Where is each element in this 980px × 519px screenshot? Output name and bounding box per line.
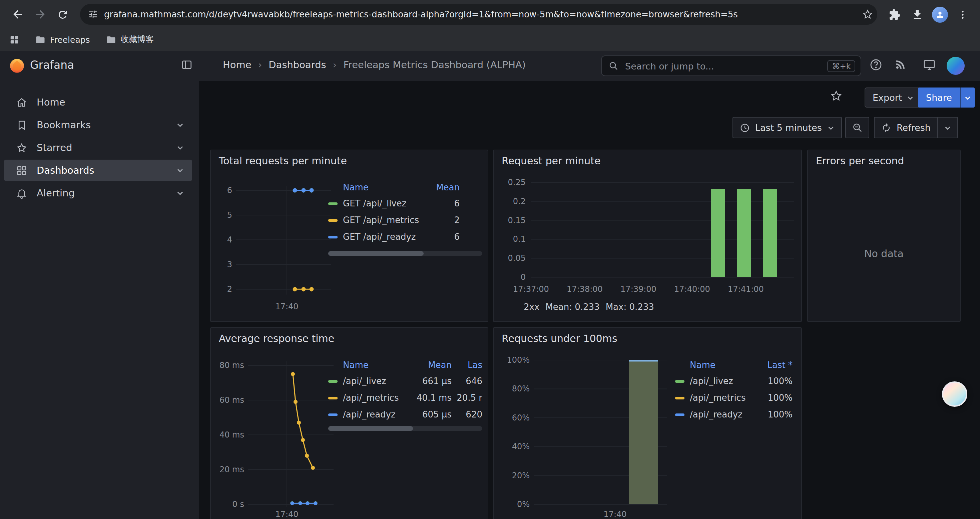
legend-series-name[interactable]: /api/_metrics (343, 393, 414, 403)
legend-header-name[interactable]: Name (343, 360, 414, 370)
legend-value: 620 (452, 409, 482, 420)
legend-series-key[interactable] (675, 413, 684, 416)
legend-header-col[interactable]: Las (452, 360, 482, 370)
sidebar-item-alerting[interactable]: Alerting (4, 182, 192, 204)
legend-series-key[interactable] (675, 396, 684, 399)
chevron-down-icon[interactable] (176, 144, 184, 152)
legend-series-name[interactable]: GET /api/_metrics (343, 215, 424, 225)
breadcrumb-home[interactable]: Home (223, 59, 251, 70)
legend-series-name[interactable]: /api/_livez (690, 376, 759, 386)
display-icon[interactable] (923, 58, 936, 72)
bookmark-folder-freeleaps[interactable]: Freeleaps (35, 35, 90, 45)
sidebar-item-home[interactable]: Home (4, 91, 192, 113)
reload-button[interactable] (52, 4, 73, 25)
panel-title[interactable]: Total requests per minute (219, 155, 347, 167)
legend-scrollbar[interactable] (328, 426, 482, 431)
legend-series-name[interactable]: 2xx (524, 302, 539, 312)
panel-title[interactable]: Average response time (219, 333, 334, 345)
svg-text:2: 2 (227, 284, 232, 294)
extensions-button[interactable] (884, 4, 905, 25)
chevron-down-icon[interactable] (176, 121, 184, 129)
refresh-icon (881, 123, 891, 133)
downloads-button[interactable] (907, 4, 928, 25)
sidebar-item-label: Home (37, 97, 65, 107)
legend-series-name[interactable]: /api/_metrics (690, 393, 759, 403)
url-text[interactable]: grafana.mathmast.com/d/deytv4rwavabkb/fr… (104, 10, 856, 19)
search-input[interactable] (624, 60, 822, 72)
chart-total-requests[interactable]: 6543217:40 (216, 177, 336, 319)
floating-assistant-avatar[interactable] (942, 382, 967, 407)
svg-text:17:37:00: 17:37:00 (513, 284, 549, 294)
legend-series-key[interactable] (328, 380, 337, 382)
bookmark-star-icon[interactable] (862, 9, 873, 20)
url-bar[interactable]: grafana.mathmast.com/d/deytv4rwavabkb/fr… (80, 4, 877, 25)
refresh-interval-button[interactable] (938, 117, 958, 138)
refresh-split-button: Refresh (874, 117, 958, 138)
favorite-dashboard-star-icon[interactable] (830, 89, 843, 102)
chart-requests-under-100ms[interactable]: 100%80%60%40%20%0%17:40 (499, 355, 673, 519)
legend-series-name[interactable]: /api/_readyz (343, 409, 414, 420)
svg-text:17:38:00: 17:38:00 (567, 284, 603, 294)
legend-series-key[interactable] (503, 306, 512, 308)
scrollbar-thumb[interactable] (328, 251, 424, 256)
legend-series-name[interactable]: /api/_livez (343, 376, 414, 386)
search-box[interactable]: ⌘+k (601, 56, 861, 76)
scrollbar-thumb[interactable] (328, 426, 413, 431)
legend-series-name[interactable]: GET /api/_readyz (343, 232, 424, 242)
legend-series-name[interactable]: /api/_readyz (690, 409, 759, 420)
sidebar-toggle-icon[interactable] (181, 59, 193, 71)
zoom-out-button[interactable] (845, 117, 869, 138)
brand-text[interactable]: Grafana (30, 59, 74, 72)
grafana-sidebar: Home Bookmarks Starred Dashboards (0, 81, 199, 519)
news-rss-icon[interactable] (895, 58, 908, 71)
legend-series-key[interactable] (328, 202, 337, 205)
chevron-down-icon[interactable] (176, 166, 184, 174)
grafana-header: Grafana Home › Dashboards › Freeleaps Me… (0, 51, 980, 81)
share-menu-button[interactable] (960, 88, 975, 107)
legend-series-name[interactable]: GET /api/_livez (343, 198, 424, 208)
legend-header-name[interactable]: Name (343, 182, 424, 192)
apps-grid-icon[interactable] (10, 35, 19, 45)
sidebar-item-bookmarks[interactable]: Bookmarks (4, 114, 192, 136)
svg-text:0: 0 (521, 273, 526, 282)
sidebar-item-label: Starred (37, 142, 72, 153)
legend-series-key[interactable] (328, 235, 337, 238)
panel-title[interactable]: Errors per second (816, 155, 904, 167)
legend-scrollbar[interactable] (328, 251, 482, 256)
sidebar-item-starred[interactable]: Starred (4, 137, 192, 158)
refresh-button[interactable]: Refresh (874, 117, 938, 138)
legend-header-col[interactable]: Mean (424, 182, 460, 192)
site-settings-icon[interactable] (88, 10, 98, 19)
panel-title[interactable]: Requests under 100ms (502, 333, 617, 345)
help-icon[interactable] (869, 58, 883, 72)
panel-title[interactable]: Request per minute (502, 155, 601, 167)
legend-series-key[interactable] (328, 413, 337, 416)
legend-series-key[interactable] (675, 380, 684, 382)
user-avatar[interactable] (947, 57, 965, 75)
panel-request-per-minute: Request per minute 0.250.20.150.10.05017… (493, 150, 802, 322)
breadcrumb-dashboards[interactable]: Dashboards (269, 59, 326, 70)
browser-menu-button[interactable] (952, 4, 973, 25)
profile-button[interactable] (929, 4, 951, 25)
share-button[interactable]: Share (918, 88, 960, 107)
sidebar-item-dashboards[interactable]: Dashboards (4, 160, 192, 181)
chart-request-per-minute[interactable]: 0.250.20.150.10.05017:37:0017:38:0017:39… (496, 177, 798, 304)
legend-header-name[interactable]: Name (690, 360, 759, 370)
legend-row: /api/_metrics100% (675, 390, 792, 406)
time-range-picker[interactable]: Last 5 minutes (732, 117, 842, 138)
legend-value: 646 (452, 376, 482, 386)
chevron-down-icon[interactable] (176, 189, 184, 197)
legend-header-col[interactable]: Last * (759, 360, 792, 370)
legend-value: 100% (759, 376, 792, 386)
bookmark-folder-blogs[interactable]: 收藏博客 (106, 34, 154, 45)
legend-series-key[interactable] (328, 396, 337, 399)
legend-series-key[interactable] (328, 219, 337, 222)
chart-average-response-time[interactable]: 80 ms60 ms40 ms20 ms0 s17:40 (216, 355, 339, 519)
back-button[interactable] (7, 4, 28, 25)
export-button[interactable]: Export (865, 88, 922, 107)
legend-header-col[interactable]: Mean (414, 360, 452, 370)
share-label: Share (926, 92, 952, 103)
forward-button[interactable] (29, 4, 51, 25)
svg-text:4: 4 (227, 235, 232, 244)
grafana-logo[interactable] (9, 57, 25, 74)
